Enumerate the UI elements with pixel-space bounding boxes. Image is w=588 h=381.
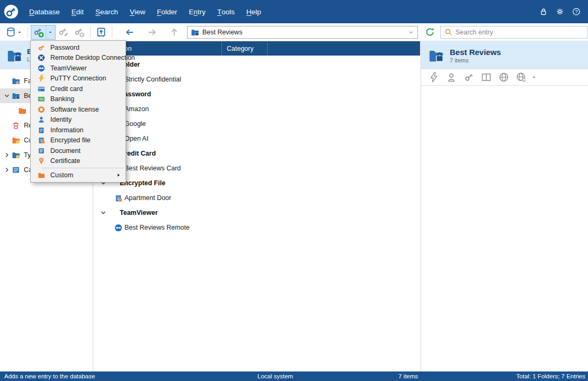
chevron-down-icon[interactable] <box>100 209 107 216</box>
menu-entry[interactable]: Entry <box>183 0 211 23</box>
menu-item-document[interactable]: Document <box>31 146 126 156</box>
menu-item-remote-desktop-connection[interactable]: Remote Desktop Connection <box>31 53 126 64</box>
refresh-icon <box>425 27 435 37</box>
group-row-encrypted-file[interactable]: Encrypted File <box>94 176 420 190</box>
chevron-down-icon <box>17 30 22 35</box>
menu-tools[interactable]: Tools <box>211 0 240 23</box>
entry-list-panel: DescriptionCategory FolderStrictly Confi… <box>94 41 420 371</box>
menu-view[interactable]: View <box>124 0 151 23</box>
key-add-icon <box>33 27 44 38</box>
toolbar-separator <box>90 26 91 38</box>
key-icon[interactable] <box>464 72 474 83</box>
search-box[interactable] <box>440 26 588 39</box>
chevron-right-icon[interactable] <box>3 166 11 174</box>
folder-blue-dot-icon <box>12 151 20 159</box>
person-icon[interactable] <box>446 72 457 83</box>
menu-help[interactable]: Help <box>240 0 267 23</box>
lock-icon[interactable] <box>539 7 548 16</box>
document-icon <box>38 147 45 155</box>
license-icon <box>38 106 45 113</box>
entry-row-best-reviews-card[interactable]: Best Reviews Card <box>94 161 420 176</box>
menu-item-password[interactable]: Password <box>31 42 126 53</box>
menu-item-teamviewer[interactable]: TeamViewer <box>31 63 126 74</box>
entry-row-apartment-door[interactable]: Apartment Door <box>94 190 420 205</box>
menu-item-credit-card[interactable]: Credit card <box>31 84 126 94</box>
banking-icon <box>38 95 45 103</box>
entry-row-best-reviews-remote[interactable]: Best Reviews Remote <box>94 220 420 235</box>
column-header-blank[interactable] <box>268 41 420 56</box>
password-key-icon <box>38 44 45 51</box>
globe-sync-icon[interactable] <box>516 72 527 83</box>
new-entry-dropdown-caret[interactable] <box>46 25 53 39</box>
help-icon[interactable]: ? <box>572 7 581 16</box>
putty-icon <box>38 75 45 82</box>
encrypted-file-icon <box>114 194 122 202</box>
address-combobox[interactable]: Best Reviews <box>187 26 418 39</box>
menu-item-encrypted-file[interactable]: Encrypted file <box>31 135 126 146</box>
status-hint: Adds a new entry to the database <box>4 371 95 381</box>
lightning-icon <box>429 72 439 83</box>
entry-row-open-ai[interactable]: Open AI <box>94 131 420 146</box>
menu-item-putty-connection[interactable]: PuTTY Connection <box>31 74 126 84</box>
menu-item-identity[interactable]: Identity <box>31 115 126 125</box>
menu-edit[interactable]: Edit <box>66 0 90 23</box>
categories-card-icon <box>12 166 20 174</box>
folder-orange-icon <box>18 106 26 115</box>
refresh-button[interactable] <box>424 26 436 39</box>
menu-item-certificate[interactable]: Certificate <box>31 156 126 167</box>
safe-icon <box>96 27 106 38</box>
teamviewer-icon <box>38 65 45 72</box>
encrypted-file-icon <box>38 137 45 144</box>
detail-header: Best Reviews 7 items <box>421 41 588 69</box>
back-button[interactable] <box>122 25 137 40</box>
menu-search[interactable]: Search <box>90 0 124 23</box>
globe-icon <box>498 72 509 83</box>
group-row-credit-card[interactable]: Credit Card <box>94 146 420 161</box>
group-row-teamviewer[interactable]: TeamViewer <box>94 205 420 220</box>
folder-orange-dot-icon <box>12 136 20 144</box>
entry-list: FolderStrictly ConfidentialPasswordAmazo… <box>94 56 420 235</box>
chevron-right-icon[interactable] <box>3 151 11 159</box>
arrow-right-icon <box>147 28 157 37</box>
status-location: Local system <box>257 371 293 381</box>
globe-sync-icon <box>516 72 527 83</box>
columns-icon[interactable] <box>481 72 492 83</box>
new-entry-button[interactable] <box>31 25 56 40</box>
chevron-down-icon[interactable] <box>408 29 414 35</box>
chevron-down-icon[interactable] <box>531 75 537 80</box>
menu-item-software-license[interactable]: Software license <box>31 104 126 115</box>
rdp-icon <box>38 54 45 61</box>
database-menu-button[interactable] <box>3 25 25 40</box>
trash-icon <box>12 121 20 130</box>
safe-button[interactable] <box>93 25 109 40</box>
list-column-headers: DescriptionCategory <box>94 41 420 56</box>
menu-item-information[interactable]: Information <box>31 125 126 135</box>
folder-lock-icon <box>12 92 20 100</box>
search-input[interactable] <box>456 29 584 36</box>
folder-lock-icon <box>428 48 444 64</box>
menu-folder[interactable]: Folder <box>151 0 183 23</box>
lightning-icon[interactable] <box>429 72 439 83</box>
up-button[interactable] <box>167 25 182 40</box>
toolbar-separator <box>112 26 112 38</box>
toolbar-separator <box>28 26 28 38</box>
folder-lock-icon <box>191 28 199 37</box>
menu-item-banking[interactable]: Banking <box>31 94 126 105</box>
column-header-category[interactable]: Category <box>222 41 268 56</box>
entry-row-google[interactable]: Google <box>94 116 420 131</box>
app-logo-icon <box>3 4 19 20</box>
forward-button[interactable] <box>145 25 159 40</box>
gear-icon[interactable] <box>556 7 564 16</box>
edit-entry-button[interactable] <box>56 25 72 40</box>
menu-database[interactable]: Database <box>23 0 66 23</box>
globe-icon[interactable] <box>498 72 509 83</box>
entry-row-amazon[interactable]: Amazon <box>94 102 420 116</box>
group-row-password[interactable]: Password <box>94 87 420 102</box>
folder-lock-icon <box>191 28 199 37</box>
entry-row-strictly-confidential[interactable]: Strictly Confidential <box>94 72 420 87</box>
menu-item-custom[interactable]: Custom <box>31 170 126 180</box>
detail-title: Best Reviews <box>450 47 501 58</box>
group-row-folder[interactable]: Folder <box>94 57 420 72</box>
delete-entry-button[interactable] <box>72 25 87 40</box>
chevron-down-icon[interactable] <box>3 92 11 99</box>
